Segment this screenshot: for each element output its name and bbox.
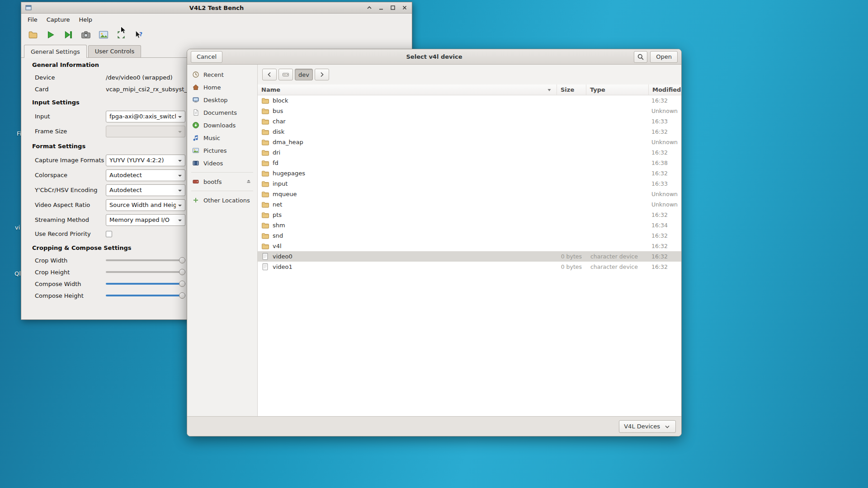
file-row-char[interactable]: char16:33	[258, 116, 681, 127]
window-titlebar[interactable]: V4L2 Test Bench	[21, 2, 412, 14]
menu-file[interactable]: File	[23, 15, 42, 24]
tab-general-settings[interactable]: General Settings	[24, 45, 87, 58]
places-sidebar: RecentHomeDesktopDocumentsDownloadsMusic…	[187, 65, 258, 416]
cancel-button[interactable]: Cancel	[191, 51, 222, 63]
sidebar-item-videos[interactable]: Videos	[187, 157, 257, 169]
slider-compose-height[interactable]	[106, 292, 185, 299]
sidebar-item-home[interactable]: Home	[187, 81, 257, 94]
file-row-disk[interactable]: disk16:32	[258, 127, 681, 137]
desktop[interactable]: Fi vi Ql V4L2 Test Bench FileCaptureHelp…	[0, 0, 868, 488]
file-row-input[interactable]: input16:33	[258, 178, 681, 189]
field-label: Crop Width	[35, 257, 106, 264]
sidebar-item-downloads[interactable]: Downloads	[187, 119, 257, 131]
window-title: V4L2 Test Bench	[21, 5, 412, 11]
combo-y-cbcr-hsv-encoding[interactable]: Autodetect	[106, 184, 185, 196]
open-button[interactable]: Open	[650, 51, 678, 63]
tab-user-controls[interactable]: User Controls	[88, 45, 142, 57]
close-button[interactable]	[401, 4, 408, 12]
file-size: 0 bytes	[557, 263, 586, 270]
column-header-name[interactable]: Name	[258, 84, 557, 95]
file-row-video1[interactable]: video10 bytescharacter device16:32	[258, 262, 681, 272]
field-label: Video Aspect Ratio	[35, 202, 106, 208]
minimize-icon	[377, 4, 385, 11]
folder-icon	[261, 180, 269, 188]
column-header-modified[interactable]: Modified	[649, 84, 681, 95]
step-frame-button[interactable]	[61, 28, 75, 42]
minimize-button[interactable]	[377, 4, 385, 12]
file-modified: 16:32	[649, 97, 681, 104]
file-filter-combo[interactable]: V4L Devices	[619, 420, 676, 433]
resize-to-frame-button[interactable]	[114, 28, 128, 42]
file-name-cell: pts	[258, 211, 557, 219]
file-row-dma-heap[interactable]: dma_heapUnknown	[258, 137, 681, 147]
slider-compose-width[interactable]	[106, 281, 185, 287]
file-name-cell: dma_heap	[258, 138, 557, 146]
filesystem-root-button[interactable]	[278, 69, 293, 80]
combo-video-aspect-ratio[interactable]: Source Width and Height	[106, 199, 185, 211]
file-row-v4l[interactable]: v4l16:32	[258, 241, 681, 251]
sidebar-item-other-locations[interactable]: Other Locations	[187, 194, 257, 206]
file-row-hugepages[interactable]: hugepages16:32	[258, 168, 681, 178]
file-row-net[interactable]: netUnknown	[258, 199, 681, 210]
back-button[interactable]	[262, 69, 277, 80]
file-row-block[interactable]: block16:32	[258, 95, 681, 106]
menu-capture[interactable]: Capture	[42, 15, 75, 24]
maximize-button[interactable]	[389, 4, 396, 12]
file-modified: 16:32	[649, 243, 681, 249]
file-row-fd[interactable]: fd16:38	[258, 158, 681, 168]
sidebar-item-recent[interactable]: Recent	[187, 68, 257, 81]
start-capturing-button[interactable]	[43, 28, 58, 42]
column-header-size[interactable]: Size	[557, 84, 586, 95]
save-image-button[interactable]	[96, 28, 111, 42]
file-row-mqueue[interactable]: mqueueUnknown	[258, 189, 681, 199]
file-row-dri[interactable]: dri16:32	[258, 147, 681, 158]
folder-icon	[261, 149, 269, 156]
file-row-bus[interactable]: busUnknown	[258, 106, 681, 116]
breadcrumb-dev[interactable]: dev	[295, 69, 313, 80]
slider-thumb[interactable]	[179, 292, 185, 299]
desktop-icon-label-fragment[interactable]: Ql	[14, 270, 21, 277]
file-name: shm	[273, 222, 285, 229]
dialog-headerbar[interactable]: Cancel Select v4l device Open	[187, 49, 681, 65]
file-row-snd[interactable]: snd16:32	[258, 230, 681, 241]
file-name: pts	[273, 211, 282, 218]
desktop-icon-label-fragment[interactable]: vi	[15, 224, 20, 231]
file-list[interactable]: block16:32busUnknownchar16:33disk16:32dm…	[258, 95, 681, 416]
sidebar-item-bootfs[interactable]: bootfs	[187, 175, 257, 188]
sidebar-item-documents[interactable]: Documents	[187, 106, 257, 119]
slider-thumb[interactable]	[179, 269, 185, 275]
combo-input[interactable]: fpga-axi@0:axis_switch@0	[106, 111, 185, 122]
open-device-button[interactable]	[26, 28, 40, 42]
eject-icon[interactable]	[245, 178, 252, 185]
combo-streaming-method[interactable]: Memory mapped I/O	[106, 214, 185, 226]
search-button[interactable]	[634, 51, 647, 63]
column-header-label: Size	[561, 86, 574, 93]
file-row-pts[interactable]: pts16:32	[258, 210, 681, 220]
whats-this-help-button[interactable]: ?	[132, 28, 146, 42]
sidebar-item-pictures[interactable]: Pictures	[187, 144, 257, 157]
checkbox-use-record-priority[interactable]	[106, 231, 112, 237]
sidebar-item-desktop[interactable]: Desktop	[187, 94, 257, 106]
slider-track	[106, 259, 185, 261]
combo-capture-image-formats[interactable]: YUYV (YUYV 4:2:2)	[106, 155, 185, 166]
menu-help[interactable]: Help	[74, 15, 97, 24]
file-filter-label: V4L Devices	[624, 423, 660, 430]
file-name-cell: hugepages	[258, 169, 557, 177]
capture-snapshot-button[interactable]	[79, 28, 93, 42]
file-name-cell: block	[258, 97, 557, 104]
column-header-type[interactable]: Type	[586, 84, 649, 95]
combo-colorspace[interactable]: Autodetect	[106, 169, 185, 181]
file-row-shm[interactable]: shm16:34	[258, 220, 681, 230]
slider-thumb[interactable]	[179, 281, 185, 287]
shade-button[interactable]	[365, 4, 373, 12]
slider-crop-height[interactable]	[106, 269, 185, 275]
folder-icon	[261, 190, 269, 198]
slider-thumb[interactable]	[179, 257, 185, 263]
file-name-cell: v4l	[258, 242, 557, 250]
slider-crop-width[interactable]	[106, 257, 185, 263]
forward-button[interactable]	[315, 69, 329, 80]
file-name-cell: video0	[258, 253, 557, 260]
file-row-video0[interactable]: video00 bytescharacter device16:32	[258, 251, 681, 262]
folder-icon	[261, 97, 269, 104]
sidebar-item-music[interactable]: Music	[187, 131, 257, 144]
